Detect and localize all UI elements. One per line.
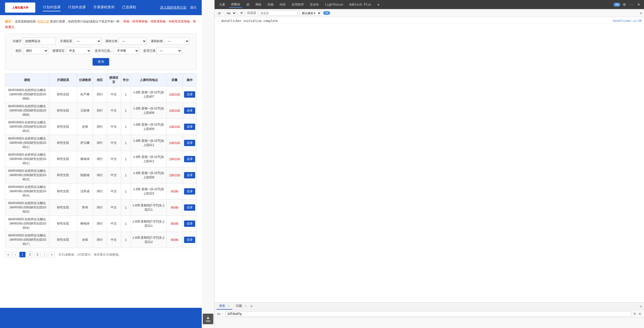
devtools-application-tab[interactable]: 应用程序 — [290, 2, 306, 8]
search-toolbar: Aa · ↻ ✕ — [215, 310, 644, 318]
search-input[interactable] — [227, 312, 630, 316]
cell-credit: 1 — [121, 135, 131, 151]
keyword-label: 关键字 — [9, 39, 22, 43]
select-course-btn[interactable]: 选课 — [184, 221, 195, 227]
refresh-search-btn[interactable]: ↻ — [633, 312, 636, 316]
notice-prefix: 提示： — [5, 20, 14, 23]
conflict-group: 是否与已选... 不冲突 — [95, 47, 139, 54]
devtools-settings-btn[interactable]: ⚙ — [622, 2, 627, 7]
expand-arrow: › — [217, 19, 219, 23]
notice-link[interactable]: 培养计划 — [37, 20, 49, 23]
devtools-elements-tab[interactable]: 元素 — [217, 2, 227, 8]
cell-credit: 1 — [121, 200, 131, 216]
devtools-lighthouse-tab[interactable]: Lighthouse — [323, 2, 345, 7]
console-filter-input[interactable] — [258, 11, 298, 16]
cell-time: 1-8周 星期一[9-10节]东上院411 — [131, 135, 167, 151]
search-tab[interactable]: 搜索 ✕ — [217, 303, 232, 310]
context-select[interactable]: top — [224, 11, 236, 16]
campus-select[interactable]: 闵行 — [23, 47, 48, 54]
nav-item-course-query[interactable]: 开课课程查询 — [93, 4, 114, 11]
page-next[interactable]: › — [42, 252, 47, 257]
nav-items: 计划内选课 计划外选课 开课课程查询 已选课程 — [43, 4, 153, 11]
cell-dept: 研究生院 — [49, 135, 77, 151]
page-first[interactable]: « — [5, 252, 11, 257]
select-course-btn[interactable]: 选课 — [184, 124, 195, 130]
training-plan-link[interactable]: 进入我的培养计划 — [160, 5, 186, 10]
cell-campus: 闵行 — [93, 183, 107, 200]
page-2[interactable]: 2 — [27, 252, 33, 257]
devtools-memory-tab[interactable]: 内存 — [278, 2, 288, 8]
th-teacher: 任课教师 — [77, 74, 93, 87]
nav-item-extra-select[interactable]: 计划外选课 — [68, 4, 86, 11]
clear-search-btn[interactable]: ✕ — [638, 312, 641, 316]
keyword-input[interactable] — [23, 38, 56, 45]
bottom-panel-close-btn[interactable]: ✕ — [640, 304, 642, 308]
add-tab-btn[interactable]: + — [250, 304, 253, 308]
select-course-btn[interactable]: 选课 — [184, 204, 195, 211]
eye-icon[interactable]: 👁 — [238, 10, 245, 16]
notice-dot: . — [18, 25, 19, 29]
scroll-top-arrow: ▲ — [206, 315, 210, 320]
cell-op: 选课 — [183, 167, 196, 183]
select-course-btn[interactable]: 选课 — [184, 107, 195, 114]
select-course-btn[interactable]: 选课 — [184, 188, 195, 195]
search-empty — [215, 318, 644, 328]
devtools-add-tab[interactable]: + — [375, 2, 382, 8]
dept-select[interactable]: --- — [73, 38, 101, 45]
page-1[interactable]: 1 — [19, 252, 26, 257]
no-entry-icon[interactable]: ⊘ — [217, 10, 222, 16]
cell-dept: 研究生院 — [49, 151, 77, 167]
search-options: Aa · — [217, 312, 223, 316]
devtools-security-tab[interactable]: 安全性 — [308, 2, 321, 8]
nav-item-plan-select[interactable]: 计划内选课 — [43, 4, 61, 11]
header-right: 进入我的培养计划 退出 — [160, 5, 197, 10]
cell-teacher: 柳海涛 — [77, 216, 93, 232]
cell-campus: 闵行 — [93, 216, 107, 232]
cell-time: 1-8周 星期一[9-10节]东上院408 — [131, 103, 167, 119]
tag-select[interactable]: --- — [164, 38, 189, 45]
cell-course: MARX6003-自然辩证法概论（MARX60 (000)研究生院03-M09） — [5, 103, 49, 119]
devtools-performance-tab[interactable]: 性能 — [266, 2, 276, 8]
issues-tab[interactable]: 问题 ✕ — [233, 303, 249, 310]
category-select[interactable]: --- — [119, 38, 147, 45]
search-button[interactable]: 查询 — [93, 58, 109, 66]
page-last[interactable]: » — [49, 252, 55, 257]
select-course-btn[interactable]: 选课 — [184, 91, 195, 98]
console-source[interactable]: AutoClicker.js:20 — [613, 19, 641, 22]
devtools-close-btn[interactable]: ✕ — [636, 2, 641, 7]
select-course-btn[interactable]: 选课 — [184, 140, 195, 146]
level-select[interactable]: 默认级别 ▾ — [300, 11, 321, 16]
table-row: MARX6003-自然辩证法概论（MARX60 (000)研究生院03-M12）… — [5, 151, 197, 167]
console-line-1: › AutoClicker initialize complete AutoCl… — [217, 18, 641, 24]
th-time: 上课时间地点 — [131, 74, 167, 87]
devtools-panel: 元素 控制台 源 网络 性能 内存 应用程序 安全性 Lighthouse Ad… — [214, 0, 644, 328]
cell-time: 1-8周 星期四[7-8节]东上院211 — [131, 200, 167, 216]
devtools-gear-icon[interactable]: ⚙ — [640, 11, 642, 15]
scroll-top-button[interactable]: ▲ TOP — [203, 314, 213, 324]
devtools-network-tab[interactable]: 网络 — [253, 2, 264, 8]
devtools-sources-tab[interactable]: 源 — [244, 2, 251, 8]
cell-capacity: 100/100 — [167, 119, 183, 135]
search-tab-close[interactable]: ✕ — [228, 304, 230, 308]
app-logo: 上海交通大学 — [5, 3, 35, 13]
lang-label: 授课语言 — [52, 49, 65, 53]
browser-topbar: 元素 控制台 源 网络 性能 内存 应用程序 安全性 Lighthouse Ad… — [215, 0, 644, 9]
select-course-btn[interactable]: 选课 — [184, 172, 195, 178]
devtools-more-btn[interactable]: ⋯ — [629, 2, 635, 7]
th-capacity: 容量 — [167, 74, 183, 87]
devtools-console-tab[interactable]: 控制台 — [229, 2, 242, 8]
devtools-adblock-tab[interactable]: Adblock Plus — [347, 2, 373, 7]
cell-campus: 闵行 — [93, 167, 107, 183]
th-campus: 校区 — [93, 74, 107, 87]
full-select[interactable]: --- — [157, 47, 182, 54]
logout-link[interactable]: 退出 — [190, 5, 197, 10]
page-prev[interactable]: ‹ — [13, 252, 18, 257]
select-course-btn[interactable]: 选课 — [184, 237, 195, 243]
table-row: MARX6003-自然辩证法概论（MARX60 (000)研究生院03-M11）… — [5, 135, 197, 151]
conflict-select[interactable]: 不冲突 — [114, 47, 139, 54]
select-course-btn[interactable]: 选课 — [184, 156, 195, 162]
issues-tab-close[interactable]: ✕ — [245, 304, 247, 308]
page-3[interactable]: 3 — [34, 252, 41, 257]
nav-item-selected[interactable]: 已选课程 — [122, 4, 136, 11]
lang-select[interactable]: 中文 — [66, 47, 91, 54]
